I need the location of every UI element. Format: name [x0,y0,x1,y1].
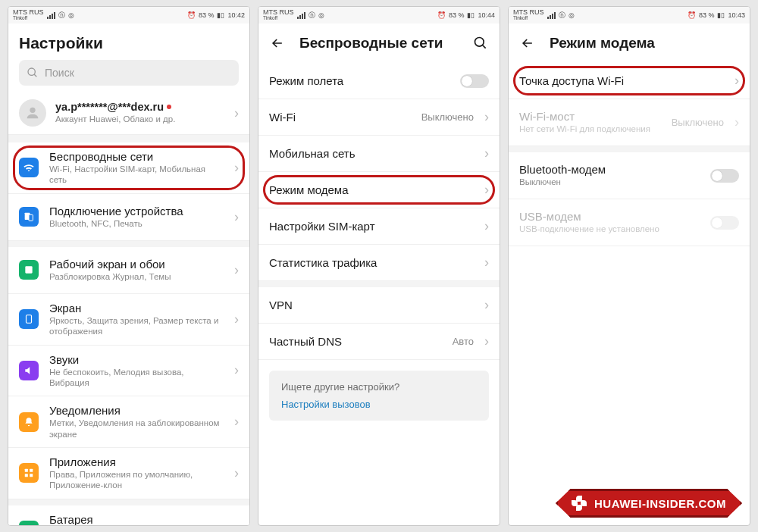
section-divider [509,146,750,152]
devices-icon [19,207,39,227]
row-title: Wi-Fi [269,111,411,124]
row-airplane[interactable]: Режим полета [258,63,500,99]
row-wifi[interactable]: Wi-Fi Выключено › [258,99,500,136]
row-sub: Разблокировка Журнал, Темы [49,271,224,282]
section-divider [8,499,249,505]
row-title: VPN [269,299,474,311]
search-button[interactable] [472,35,489,52]
nfc-icon: ⓝ [58,11,65,20]
row-sub: USB-подключение не установлено [519,224,700,234]
apps-icon [19,463,39,483]
chevron-right-icon: › [484,109,489,125]
battery-label: 83 % [449,11,465,19]
chevron-right-icon: › [234,465,239,481]
page-title: Настройки [19,34,103,52]
svg-line-15 [483,45,486,49]
svg-rect-7 [25,469,28,472]
battery-label: 83 % [699,11,715,19]
home-icon [19,260,39,280]
chevron-right-icon: › [234,362,239,378]
row-home[interactable]: Рабочий экран и обоиРазблокировка Журнал… [8,247,249,294]
search-input[interactable]: Поиск [19,60,239,86]
tip-link[interactable]: Настройки вызовов [281,399,477,410]
row-title: Bluetooth-модем [519,163,700,176]
svg-rect-5 [25,267,32,274]
row-vpn[interactable]: VPN › [258,287,500,324]
row-devices[interactable]: Подключение устройстваBluetooth, NFC, Пе… [8,194,249,241]
row-wireless[interactable]: Беспроводные сетиWi-Fi, Настройки SIM-ка… [8,142,249,194]
row-display[interactable]: ЭкранЯркость, Защита зрения, Размер текс… [8,294,249,346]
row-sub: Нет сети Wi-Fi для подключения [519,124,661,134]
alarm-icon: ⏰ [688,11,696,19]
airplane-toggle[interactable] [460,74,489,88]
bluetooth-toggle[interactable] [710,169,739,183]
signal-icon [297,12,305,19]
avatar-icon [19,99,46,127]
row-hotspot[interactable]: Точка доступа Wi-Fi › [509,63,750,99]
row-traffic[interactable]: Статистика трафика › [258,245,500,281]
section-divider [258,281,500,287]
app-bar: Беспроводные сети [258,23,500,63]
row-sub: Не беспокоить, Мелодия вызова, Вибрация [49,367,224,389]
row-title: Настройки SIM-карт [269,220,474,233]
chevron-right-icon: › [234,262,239,278]
svg-rect-8 [30,469,33,472]
huawei-logo-icon [572,496,587,511]
row-sim[interactable]: Настройки SIM-карт › [258,208,500,245]
row-title: Рабочий экран и обои [49,258,224,271]
row-wifi-bridge: Wi-Fi-мост Нет сети Wi-Fi для подключени… [509,99,750,146]
nfc-icon: ⓝ [309,11,315,20]
row-title: Экран [49,302,224,315]
nfc-icon: ⓝ [559,11,565,20]
row-tethering[interactable]: Режим модема › [258,172,500,208]
phone-wireless: MTS RUSTinkoff ⓝ◎ ⏰ 83 % ▮▯ 10:44 Беспро… [258,6,500,526]
page-title: Режим модема [550,35,739,52]
phone-tethering: MTS RUSTinkoff ⓝ◎ ⏰ 83 % ▮▯ 10:43 Режим … [508,6,750,526]
svg-point-0 [28,68,35,75]
alert-dot-icon [167,105,171,109]
row-title: Режим полета [269,74,449,87]
row-title: Режим модема [269,183,474,196]
row-cellular[interactable]: Мобильная сеть › [258,136,500,172]
row-title: Wi-Fi-мост [519,110,661,123]
svg-rect-6 [27,315,32,324]
signal-icon [47,12,55,19]
clock-label: 10:43 [728,11,745,19]
bell-icon [19,412,39,432]
row-notif[interactable]: УведомленияМетки, Уведомления на заблоки… [8,396,249,448]
row-value: Авто [453,336,474,347]
row-dns[interactable]: Частный DNS Авто › [258,324,500,360]
chevron-right-icon: › [484,255,489,271]
chevron-right-icon: › [484,297,489,313]
chevron-right-icon: › [735,73,739,89]
account-row[interactable]: ya.p*******@***dex.ru Аккаунт Huawei, Об… [8,92,249,135]
row-value: Выключено [672,117,724,128]
watermark-text: HUAWEI-INSIDER.COM [594,497,726,510]
svg-rect-9 [25,474,28,477]
search-icon [27,67,39,79]
row-sound[interactable]: ЗвукиНе беспокоить, Мелодия вызова, Вибр… [8,346,249,397]
back-button[interactable] [519,35,536,52]
operator-label: Tinkoff [13,16,44,21]
status-bar: MTS RUS Tinkoff ⓝ ◎ ⏰ 83 % ▮▯ 10:42 [8,7,249,23]
battery-label: 83 % [199,11,215,19]
row-sub: Bluetooth, NFC, Печать [49,218,224,229]
chevron-right-icon: › [234,414,239,430]
app-bar: Режим модема [509,23,750,63]
sound-icon [19,361,39,380]
alarm-icon: ⏰ [187,11,196,19]
row-sub: Выключен [519,177,700,187]
row-apps[interactable]: ПриложенияПрава, Приложения по умолчанию… [8,448,249,499]
chevron-right-icon: › [484,218,489,234]
account-sub: Аккаунт Huawei, Облако и др. [55,114,225,124]
back-button[interactable] [269,35,286,52]
battery-icon: ▮▯ [467,11,475,19]
chevron-right-icon: › [484,146,489,161]
row-bluetooth-modem[interactable]: Bluetooth-модем Выключен [509,152,750,199]
row-battery[interactable]: БатареяРежим энергосбережения, Использов… [8,505,249,525]
svg-rect-4 [29,215,33,221]
page-title: Беспроводные сети [299,35,459,52]
row-title: USB-модем [519,210,700,223]
usb-toggle [710,216,739,230]
battery-icon [19,521,39,525]
